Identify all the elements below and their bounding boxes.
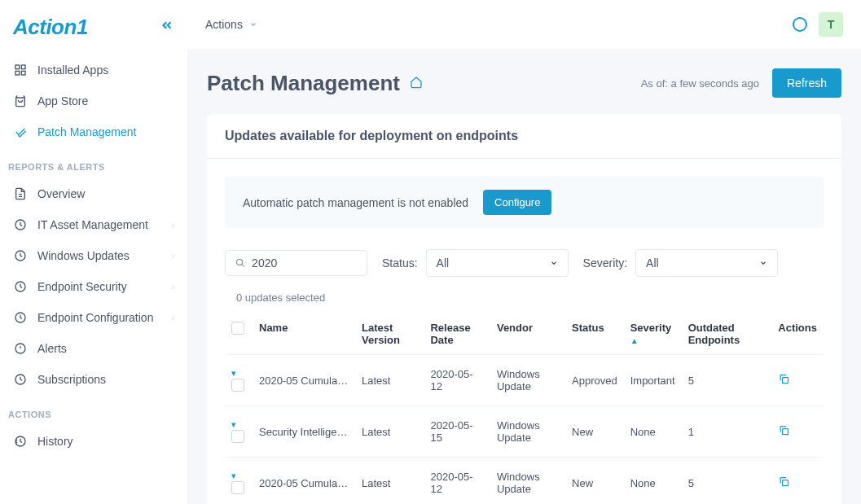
actions-menu[interactable]: Actions <box>205 18 257 31</box>
help-icon[interactable] <box>793 17 807 32</box>
banner-text: Automatic patch management is not enable… <box>243 196 468 209</box>
col-release-date[interactable]: Release Date <box>424 313 490 355</box>
status-filter: Status: All <box>382 249 569 277</box>
svg-point-10 <box>237 259 243 265</box>
cell-vendor: Windows Update <box>490 458 565 505</box>
svg-rect-2 <box>15 71 20 75</box>
sidebar-item-label: Patch Management <box>37 125 136 138</box>
cell-version: Latest <box>355 458 424 505</box>
row-checkbox[interactable] <box>231 430 244 443</box>
configure-button[interactable]: Configure <box>483 190 551 215</box>
updates-card: Updates available for deployment on endp… <box>207 114 841 504</box>
sidebar-item-label: Overview <box>37 187 85 200</box>
col-latest-version[interactable]: Latest Version <box>355 313 424 355</box>
expand-row-icon[interactable]: ▾ <box>231 368 236 378</box>
table-row: ▾ 2020-05 Cumulat... Latest 2020-05-12 W… <box>225 458 824 505</box>
col-vendor[interactable]: Vendor <box>490 313 565 355</box>
selected-count: 0 updates selected <box>225 291 824 304</box>
expand-row-icon[interactable]: ▾ <box>231 419 236 429</box>
search-input[interactable] <box>252 256 357 270</box>
copy-icon[interactable] <box>778 476 790 490</box>
cell-severity: Important <box>624 355 682 406</box>
sidebar-item-label: History <box>37 435 73 448</box>
col-name[interactable]: Name <box>253 313 355 355</box>
asof-text: As of: a few seconds ago <box>641 77 759 90</box>
avatar[interactable]: T <box>819 12 843 37</box>
search-box[interactable] <box>225 250 367 276</box>
cell-status: New <box>565 458 624 505</box>
sidebar-item-overview[interactable]: Overview <box>0 178 187 209</box>
refresh-button[interactable]: Refresh <box>772 68 841 98</box>
check-icon <box>13 125 28 139</box>
svg-rect-13 <box>783 480 789 486</box>
svg-rect-1 <box>21 65 25 69</box>
sidebar-item-history[interactable]: History <box>0 426 187 457</box>
sidebar-item-app-store[interactable]: App Store <box>0 85 187 116</box>
sort-asc-icon: ▲ <box>630 336 639 345</box>
severity-label: Severity: <box>583 256 627 270</box>
cell-vendor: Windows Update <box>490 355 565 406</box>
doc-icon <box>13 186 28 201</box>
clock-icon <box>13 217 28 232</box>
severity-select[interactable]: All <box>635 249 778 277</box>
brand-logo: Action1 <box>13 15 88 40</box>
table-row: ▾ Security Intelligen... Latest 2020-05-… <box>225 406 824 458</box>
expand-row-icon[interactable]: ▾ <box>231 471 236 480</box>
sidebar-item-label: Endpoint Security <box>37 280 127 293</box>
sidebar-item-installed-apps[interactable]: Installed Apps <box>0 55 187 85</box>
card-title: Updates available for deployment on endp… <box>207 114 841 159</box>
sidebar-item-label: Subscriptions <box>37 373 106 386</box>
col-actions: Actions <box>771 313 824 355</box>
chevron-right-icon: › <box>172 221 174 230</box>
sidebar-item-label: Installed Apps <box>37 64 108 77</box>
logo-row: Action1 <box>0 15 187 55</box>
row-checkbox[interactable] <box>231 481 244 494</box>
status-label: Status: <box>382 256 418 270</box>
alert-icon <box>13 341 28 356</box>
home-icon[interactable] <box>410 76 423 91</box>
svg-rect-11 <box>783 378 789 383</box>
sidebar-item-label: Windows Updates <box>37 249 130 262</box>
collapse-sidebar-icon[interactable] <box>160 18 174 37</box>
col-severity[interactable]: Severity▲ <box>624 313 682 355</box>
copy-icon[interactable] <box>778 374 790 388</box>
page-header: Patch Management As of: a few seconds ag… <box>207 68 841 98</box>
sidebar-item-windows-updates[interactable]: Windows Updates› <box>0 240 187 271</box>
clock-icon <box>13 248 28 263</box>
sidebar: Action1 Installed AppsApp StorePatch Man… <box>0 0 187 504</box>
chevron-right-icon: › <box>172 283 174 291</box>
cell-name: 2020-05 Cumulat... <box>259 477 349 489</box>
cell-vendor: Windows Update <box>490 406 565 458</box>
cell-date: 2020-05-12 <box>424 458 490 505</box>
sidebar-item-label: App Store <box>37 94 88 107</box>
copy-icon[interactable] <box>778 425 790 439</box>
filters: Status: All Severity: All <box>225 249 824 277</box>
sidebar-item-subscriptions[interactable]: Subscriptions <box>0 364 187 395</box>
cell-outdated: 5 <box>682 458 772 505</box>
row-checkbox[interactable] <box>231 379 244 392</box>
search-icon <box>235 257 245 269</box>
sidebar-item-endpoint-security[interactable]: Endpoint Security› <box>0 271 187 302</box>
page-title: Patch Management <box>207 71 400 96</box>
col-status[interactable]: Status <box>565 313 624 355</box>
cell-version: Latest <box>355 355 424 406</box>
sidebar-item-it-asset-management[interactable]: IT Asset Management› <box>0 209 187 240</box>
topbar: Actions T <box>187 0 861 49</box>
cell-severity: None <box>624 458 682 505</box>
sidebar-item-patch-management[interactable]: Patch Management <box>0 116 187 147</box>
cell-outdated: 5 <box>682 355 772 406</box>
sidebar-item-alerts[interactable]: Alerts <box>0 333 187 364</box>
topbar-right: T <box>793 12 843 37</box>
chevron-down-icon <box>550 259 558 267</box>
status-select[interactable]: All <box>426 249 569 277</box>
col-outdated[interactable]: Outdated Endpoints <box>682 313 772 355</box>
sidebar-item-label: IT Asset Management <box>37 218 148 231</box>
bag-icon <box>13 94 28 108</box>
sidebar-item-endpoint-configuration[interactable]: Endpoint Configuration› <box>0 302 187 333</box>
clock-icon <box>13 372 28 387</box>
svg-rect-3 <box>21 71 25 75</box>
card-body: Automatic patch management is not enable… <box>207 159 841 504</box>
select-all-checkbox[interactable] <box>231 322 244 335</box>
cell-date: 2020-05-12 <box>424 355 490 406</box>
cell-status: New <box>565 406 624 458</box>
